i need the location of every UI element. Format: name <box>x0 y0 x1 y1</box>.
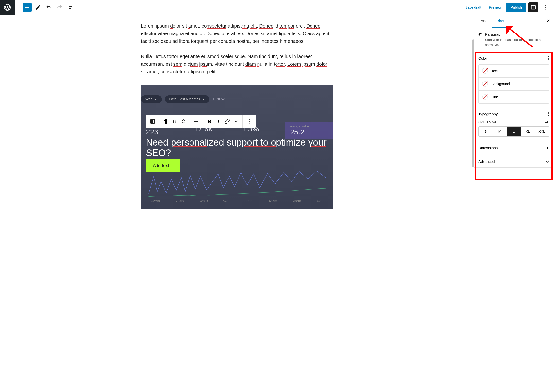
paragraph-block-2[interactable]: Nulla luctus tortor eget ante euismod sc… <box>141 53 333 76</box>
dots-vertical-icon[interactable] <box>548 113 549 114</box>
wordpress-logo[interactable] <box>0 0 15 15</box>
tab-block[interactable]: Block <box>492 15 511 28</box>
close-sidebar-button[interactable]: ✕ <box>546 18 550 24</box>
more-options-button[interactable] <box>540 2 550 12</box>
analytics-chips: Web Date: Last 6 months +NEW <box>141 95 225 103</box>
block-info-title: Paragraph <box>485 32 549 36</box>
color-link[interactable]: Link <box>479 91 549 103</box>
main-area: Lorem ipsum dolor sit amet, consectetur … <box>0 15 553 392</box>
empty-swatch-icon <box>482 81 488 87</box>
save-draft-button[interactable]: Save draft <box>462 3 484 11</box>
size-value: LARGE <box>487 120 497 123</box>
top-toolbar: Save draft Preview Publish <box>0 0 553 15</box>
pencil-icon <box>35 4 41 10</box>
color-background[interactable]: Background <box>479 78 549 91</box>
panel-advanced: Advanced <box>474 155 553 168</box>
svg-point-6 <box>175 120 176 121</box>
size-btn-xl[interactable]: XL <box>521 127 535 136</box>
block-type-button[interactable] <box>148 117 157 126</box>
svg-rect-2 <box>151 120 152 123</box>
document-overview-button[interactable] <box>66 3 75 12</box>
cover-block[interactable]: Web Date: Last 6 months +NEW Tot223 17.6… <box>141 85 333 209</box>
sidebar-tabs: Post Block ✕ <box>474 15 553 28</box>
chip-web-label: Web <box>145 97 153 101</box>
panel-title: Dimensions <box>478 146 498 150</box>
dots-vertical-icon <box>249 121 250 122</box>
chip-web: Web <box>141 95 162 103</box>
editor-canvas[interactable]: Lorem ipsum dolor sit amet, consectetur … <box>0 15 474 392</box>
toolbar-left <box>0 0 75 15</box>
svg-point-5 <box>173 122 174 123</box>
size-btn-l[interactable]: L <box>507 127 521 136</box>
panel-color: Color Text Background Link <box>474 52 553 108</box>
align-icon <box>193 118 199 124</box>
color-label: Link <box>491 95 498 99</box>
panel-typography-header[interactable]: Typography <box>474 108 553 120</box>
more-format-button[interactable] <box>232 117 241 126</box>
stat-4: Average position25.2 <box>285 122 333 139</box>
align-button[interactable] <box>192 117 201 126</box>
undo-button[interactable] <box>44 3 53 12</box>
cover-heading[interactable]: Need personalized support to optimize yo… <box>146 137 328 158</box>
editor-scrollbar[interactable] <box>472 15 474 392</box>
size-button-group: SMLXLXXL <box>478 126 549 137</box>
svg-point-3 <box>173 120 174 121</box>
redo-icon <box>57 4 63 10</box>
stat-value: 25.2 <box>290 128 328 136</box>
wordpress-icon <box>3 3 11 11</box>
size-btn-xxl[interactable]: XXL <box>535 127 549 136</box>
transform-button[interactable]: ¶ <box>161 117 170 126</box>
tab-post[interactable]: Post <box>474 15 492 28</box>
panel-color-header[interactable]: Color <box>474 52 553 64</box>
chevron-down-icon <box>182 121 185 123</box>
preview-button[interactable]: Preview <box>486 3 504 11</box>
italic-button[interactable]: I <box>214 117 223 126</box>
analytics-chart: 2/24/193/10/193/24/194/7/194/21/195/5/19… <box>143 159 331 204</box>
empty-swatch-icon <box>482 68 488 74</box>
bold-button[interactable]: B <box>205 117 214 126</box>
sliders-icon[interactable] <box>544 120 549 124</box>
chevron-up-icon <box>182 119 185 121</box>
dots-vertical-icon[interactable] <box>548 58 549 59</box>
color-label: Background <box>491 82 510 86</box>
move-arrows[interactable] <box>179 117 188 126</box>
paragraph-block-1[interactable]: Lorem ipsum dolor sit amet, consectetur … <box>141 22 333 45</box>
size-btn-s[interactable]: S <box>479 127 493 136</box>
stat-value: 223 <box>146 128 184 136</box>
paragraph-block-icon <box>150 118 156 124</box>
chip-new: +NEW <box>212 97 225 102</box>
panel-dimensions: Dimensions + <box>474 141 553 155</box>
sidebar-icon <box>531 5 536 10</box>
color-text[interactable]: Text <box>479 65 549 78</box>
stat-label: Average position <box>290 125 328 128</box>
scrollbar-thumb[interactable] <box>472 39 474 167</box>
line-chart-icon <box>143 159 331 204</box>
chip-date-label: Date: Last 6 months <box>169 97 200 101</box>
size-btn-m[interactable]: M <box>493 127 507 136</box>
settings-sidebar-toggle[interactable] <box>528 2 538 12</box>
plus-icon <box>24 4 30 10</box>
drag-icon <box>172 119 177 124</box>
link-icon <box>225 119 230 124</box>
panel-title: Typography <box>478 112 498 116</box>
panel-dimensions-header[interactable]: Dimensions + <box>474 141 553 155</box>
svg-point-11 <box>546 122 546 123</box>
svg-point-4 <box>173 121 174 122</box>
pencil-icon <box>155 98 157 101</box>
undo-icon <box>46 4 52 10</box>
block-more-button[interactable] <box>245 117 254 126</box>
add-block-button[interactable] <box>23 3 32 12</box>
pencil-icon <box>202 98 205 101</box>
dots-vertical-icon <box>545 7 546 8</box>
edit-mode-button[interactable] <box>34 3 42 12</box>
drag-handle[interactable] <box>170 117 179 126</box>
link-button[interactable] <box>223 117 232 126</box>
panel-title: Color <box>478 56 487 60</box>
panel-advanced-header[interactable]: Advanced <box>474 155 553 167</box>
plus-icon: + <box>546 145 549 151</box>
block-info: ¶ Paragraph Start with the basic buildin… <box>474 28 553 52</box>
redo-button[interactable] <box>55 3 64 12</box>
publish-button[interactable]: Publish <box>506 3 526 12</box>
settings-sidebar: Post Block ✕ ¶ Paragraph Start with the … <box>474 15 553 392</box>
color-label: Text <box>491 69 498 73</box>
